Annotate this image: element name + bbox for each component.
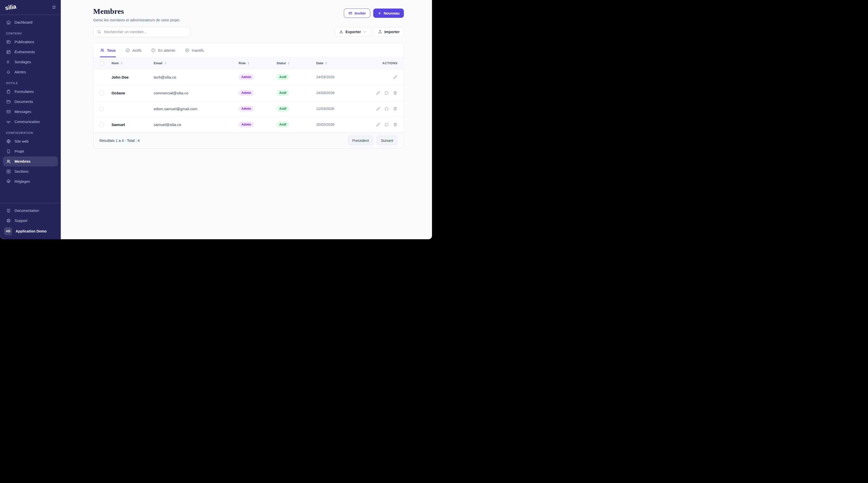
row-checkbox[interactable] [99, 122, 104, 127]
sidebar-item-messages[interactable]: Messages [3, 107, 58, 117]
user-menu[interactable]: AD Application Demo [3, 226, 58, 237]
grid-icon [6, 169, 11, 174]
book-open-icon [6, 208, 11, 213]
member-date: 11/03/2026 [316, 107, 366, 111]
toolbar-actions: Exporter Importer [335, 27, 404, 36]
sidebar-item-reglages[interactable]: Réglages [3, 176, 58, 187]
gear-icon [6, 179, 11, 184]
section-title-configuration: CONFIGURATION [3, 131, 58, 134]
main-content: Membres Gerez les membres et administrat… [61, 0, 432, 239]
edit-button[interactable] [376, 122, 380, 127]
comment-button[interactable] [384, 122, 389, 127]
tab-actifs[interactable]: Actifs [125, 43, 142, 57]
sidebar-item-evenements[interactable]: Événements [3, 47, 58, 57]
life-buoy-icon [6, 218, 11, 223]
member-date: 20/02/2026 [316, 123, 366, 127]
check-circle-icon [125, 48, 130, 53]
comment-button[interactable] [384, 91, 389, 95]
member-date: 24/03/2026 [316, 91, 366, 95]
user-name: Application Demo [16, 229, 46, 233]
users-icon [100, 48, 105, 53]
edit-button[interactable] [393, 75, 398, 79]
sidebar-item-publications[interactable]: Publications [3, 37, 58, 47]
sidebar-item-label: Site web [14, 139, 29, 143]
sort-icon [247, 62, 250, 65]
mail-send-icon [348, 11, 352, 15]
sidebar-collapse-icon[interactable] [51, 5, 56, 10]
next-page-button[interactable]: Suivant [376, 136, 398, 145]
bell-icon [6, 69, 11, 74]
delete-button[interactable] [393, 122, 398, 127]
edit-button[interactable] [376, 106, 380, 111]
app-window: silia Dashboard CONTENU Publications Évé… [0, 0, 432, 239]
comment-button[interactable] [384, 106, 389, 111]
sidebar-item-membres[interactable]: Membres [3, 156, 58, 166]
globe-icon [6, 139, 11, 144]
status-badge: Actif [277, 106, 289, 112]
sidebar-item-communication[interactable]: Communication [3, 117, 58, 127]
page-header: Membres Gerez les membres et administrat… [93, 7, 404, 22]
new-button[interactable]: Nouveau [373, 8, 404, 18]
tab-label: Actifs [132, 48, 142, 53]
chevron-down-icon [363, 30, 366, 34]
sort-icon [164, 62, 167, 65]
sidebar-nav: Dashboard CONTENU Publications Événement… [0, 15, 61, 203]
search-input[interactable] [104, 30, 186, 34]
row-checkbox[interactable] [99, 106, 104, 111]
sort-icon [324, 62, 328, 65]
role-badge: Admin [239, 106, 254, 112]
list-icon [6, 60, 11, 65]
import-button[interactable]: Importer [374, 27, 404, 36]
results-summary: Resultats 1 a 4 - Total : 4 [99, 138, 140, 142]
sort-icon [287, 62, 290, 65]
home-icon [6, 20, 11, 25]
column-header-date[interactable]: Date [316, 61, 366, 65]
column-header-role[interactable]: Role [239, 61, 277, 65]
column-header-statut[interactable]: Statut [277, 61, 316, 65]
sidebar-item-documents[interactable]: Documents [3, 97, 58, 107]
tab-label: En attente [158, 48, 175, 53]
column-header-actions: ACTIONS [366, 62, 398, 65]
role-badge: Admin [239, 90, 254, 96]
sidebar-item-site-web[interactable]: Site web [3, 136, 58, 147]
sidebar-item-label: Dashboard [14, 20, 32, 24]
sidebar-item-dashboard[interactable]: Dashboard [3, 17, 58, 27]
select-all-checkbox[interactable] [99, 61, 104, 66]
avatar: AD [4, 227, 12, 235]
tab-tous[interactable]: Tous [100, 43, 116, 57]
column-header-nom[interactable]: Nom [112, 61, 154, 65]
sidebar-item-support[interactable]: Support [3, 216, 58, 226]
table-row: edom.samuel@gmail.com Admin Actif 11/03/… [93, 101, 404, 117]
tab-en-attente[interactable]: En attente [151, 43, 175, 57]
previous-page-button[interactable]: Precedent [348, 136, 373, 145]
download-icon [339, 30, 343, 34]
row-checkbox[interactable] [99, 91, 104, 95]
export-button[interactable]: Exporter [335, 27, 371, 36]
edit-button[interactable] [376, 91, 380, 95]
newspaper-icon [6, 39, 11, 44]
column-header-email[interactable]: Email [154, 61, 239, 65]
toolbar: Exporter Importer [93, 27, 404, 37]
tabs-bar: Tous Actifs En attente Inactifs [93, 43, 404, 57]
sidebar-item-formulaires[interactable]: Formulaires [3, 87, 58, 97]
delete-button[interactable] [393, 91, 398, 95]
sidebar-item-sections[interactable]: Sections [3, 166, 58, 176]
broadcast-icon [6, 119, 11, 124]
pagination: Precedent Suivant [348, 136, 398, 145]
sidebar-item-alertes[interactable]: Alertes [3, 67, 58, 77]
sidebar-item-projet[interactable]: Projet [3, 147, 58, 156]
sort-icon [120, 62, 123, 65]
member-email: tech@silia.co [154, 75, 239, 79]
export-label: Exporter [345, 30, 361, 34]
status-badge: Actif [277, 122, 289, 128]
sidebar-item-sondages[interactable]: Sondages [3, 57, 58, 67]
users-icon [6, 159, 11, 164]
sidebar-item-documentation[interactable]: Documentation [3, 205, 58, 216]
tab-inactifs[interactable]: Inactifs [185, 43, 204, 57]
page-title: Membres [93, 7, 180, 15]
delete-button[interactable] [393, 106, 398, 111]
sidebar-item-label: Sections [14, 169, 29, 173]
invite-button[interactable]: Inviter [344, 8, 370, 18]
sidebar-item-label: Documentation [14, 208, 39, 213]
upload-icon [378, 30, 382, 34]
